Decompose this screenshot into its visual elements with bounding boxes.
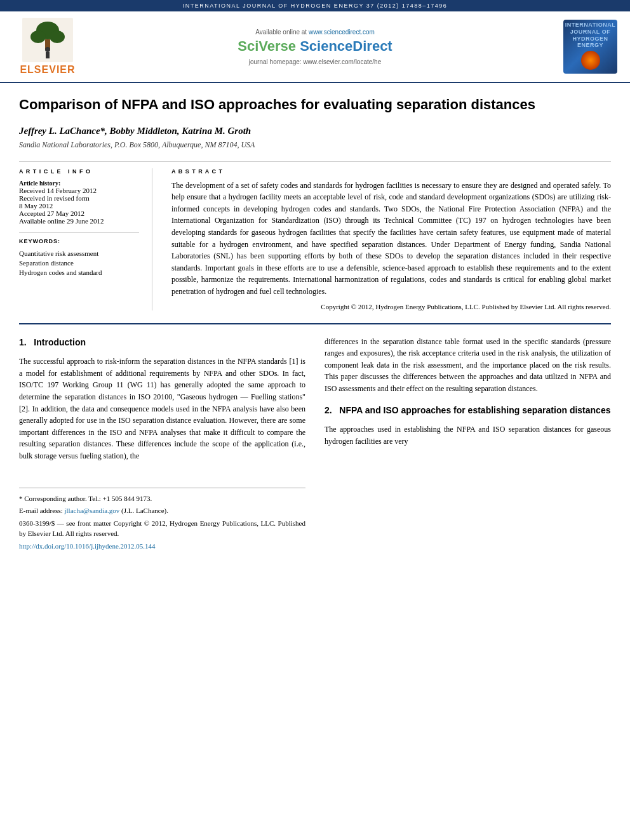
keywords-section: Keywords: Quantitative risk assessment S…	[19, 232, 139, 276]
section1-body-col2-p1: differences in the separation distance t…	[325, 336, 611, 395]
affiliation: Sandia National Laboratories, P.O. Box 5…	[19, 140, 611, 150]
section2-heading: 2. NFPA and ISO approaches for establish…	[325, 404, 611, 418]
accepted-date: Accepted 27 May 2012	[19, 210, 139, 217]
section2-body-col2-p1: The approaches used in establishing the …	[325, 423, 611, 447]
section1-num: 1.	[19, 337, 27, 347]
page-header: ELSEVIER Available online at www.science…	[0, 11, 630, 83]
article-info-panel: A R T I C L E I N F O Article history: R…	[19, 168, 152, 310]
sciverse-text: SciVerse	[238, 38, 300, 54]
footnotes: * Corresponding author. Tel.: +1 505 844…	[19, 488, 305, 552]
footnote-doi-line: http://dx.doi.org/10.1016/j.ijhydene.201…	[19, 541, 305, 552]
section2-num: 2.	[325, 405, 332, 415]
section1-heading: 1. Introduction	[19, 336, 305, 350]
authors: Jeffrey L. LaChance*, Bobby Middleton, K…	[19, 126, 611, 137]
article-info-label: A R T I C L E I N F O	[19, 168, 139, 175]
abstract-text: The development of a set of safety codes…	[171, 180, 611, 298]
article-title: Comparison of NFPA and ISO approaches fo…	[19, 96, 611, 114]
footnote-issn: 0360-3199/$ — see front matter Copyright…	[19, 518, 305, 539]
keyword-3: Hydrogen codes and standard	[19, 269, 139, 276]
svg-point-3	[50, 30, 65, 43]
article-history: Article history: Received 14 February 20…	[19, 180, 139, 225]
footnote-email-line: E-mail address: jllacha@sandia.gov (J.L.…	[19, 505, 305, 516]
center-header: Available online at www.sciencedirect.co…	[83, 29, 547, 65]
body-col-left: 1. Introduction The successful approach …	[19, 336, 305, 554]
svg-rect-6	[46, 52, 50, 58]
copyright-text: Copyright © 2012, Hydrogen Energy Public…	[171, 303, 611, 310]
elsevier-logo: ELSEVIER	[13, 18, 83, 76]
section1-body-p1: The successful approach to risk-inform t…	[19, 356, 305, 462]
footnote-doi-link[interactable]: http://dx.doi.org/10.1016/j.ijhydene.201…	[19, 542, 156, 550]
available-online-text: Available online at www.sciencedirect.co…	[83, 29, 547, 36]
body-col-right: differences in the separation distance t…	[325, 336, 611, 554]
body-columns: 1. Introduction The successful approach …	[19, 336, 611, 554]
badge-title-text: InternationalJournal ofHYDROGEN ENERGY	[563, 22, 617, 49]
hydrogen-energy-badge: InternationalJournal ofHYDROGEN ENERGY	[563, 20, 617, 74]
footnotes-area: * Corresponding author. Tel.: +1 505 844…	[19, 488, 305, 552]
footnote-email-link[interactable]: jllacha@sandia.gov	[64, 507, 119, 514]
main-content: Comparison of NFPA and ISO approaches fo…	[0, 83, 630, 566]
elsevier-tree-icon	[22, 18, 73, 62]
badge-circle-icon	[581, 51, 600, 70]
abstract-label: A B S T R A C T	[171, 168, 611, 175]
section2-title: NFPA and ISO approaches for establishing…	[339, 405, 610, 415]
svg-point-5	[45, 47, 50, 52]
section1-title: Introduction	[34, 337, 86, 347]
journal-header-bar: International Journal of Hydrogen Energy…	[0, 0, 630, 11]
right-logo: InternationalJournal ofHYDROGEN ENERGY	[547, 20, 617, 74]
elsevier-text-label: ELSEVIER	[20, 64, 75, 76]
keyword-2: Separation distance	[19, 259, 139, 267]
sciverse-logo: SciVerse ScienceDirect	[83, 38, 547, 55]
received-date: Received 14 February 2012	[19, 187, 139, 194]
keyword-1: Quantitative risk assessment	[19, 250, 139, 257]
history-label: Article history:	[19, 180, 139, 187]
article-meta: A R T I C L E I N F O Article history: R…	[19, 161, 611, 310]
abstract-section: A B S T R A C T The development of a set…	[171, 168, 611, 310]
journal-homepage-text: journal homepage: www.elsevier.com/locat…	[83, 58, 547, 65]
footnote-corresponding: * Corresponding author. Tel.: +1 505 844…	[19, 493, 305, 504]
received-revised-label: Received in revised form	[19, 194, 139, 202]
available-online-date: Available online 29 June 2012	[19, 217, 139, 225]
svg-point-2	[30, 30, 46, 43]
footnote-email-label: E-mail address:	[19, 507, 63, 514]
section-divider	[19, 323, 611, 324]
journal-header-text: International Journal of Hydrogen Energy…	[183, 3, 448, 9]
keywords-label: Keywords:	[19, 238, 139, 244]
sciencedirect-link[interactable]: www.sciencedirect.com	[309, 29, 375, 36]
footnote-email-suffix: (J.L. LaChance).	[121, 507, 168, 514]
received-revised-date: 8 May 2012	[19, 202, 139, 210]
sciencedirect-text: ScienceDirect	[300, 38, 392, 54]
